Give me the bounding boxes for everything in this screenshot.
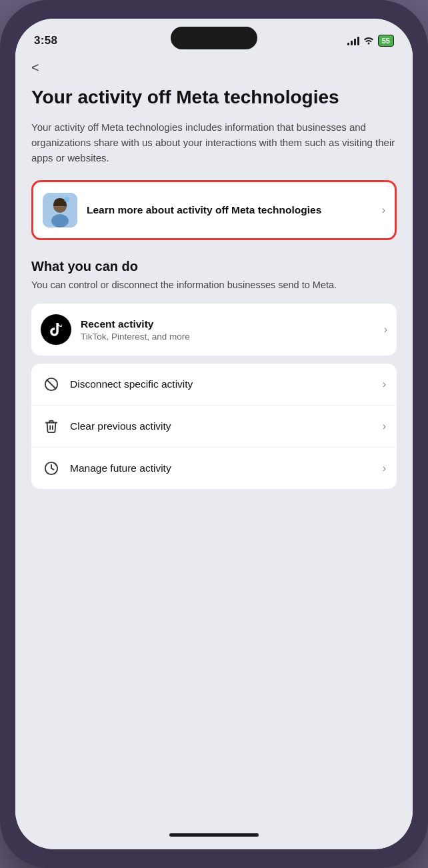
back-button[interactable]: < (31, 60, 397, 75)
tiktok-icon (41, 314, 71, 345)
content-area: < Your activity off Meta technologies Yo… (15, 55, 413, 820)
svg-line-5 (47, 380, 56, 389)
disconnect-label: Disconnect specific activity (70, 378, 373, 390)
activity-subtitle: TikTok, Pinterest, and more (81, 332, 375, 342)
dynamic-island (171, 27, 257, 49)
home-bar (169, 833, 259, 837)
clear-activity-item[interactable]: Clear previous activity › (31, 406, 397, 448)
home-indicator (15, 820, 413, 849)
battery-icon: 55 (378, 35, 394, 47)
page-description: Your activity off Meta technologies incl… (31, 119, 397, 166)
activity-text: Recent activity TikTok, Pinterest, and m… (81, 318, 375, 342)
clock-icon (42, 459, 61, 478)
status-time: 3:58 (34, 34, 57, 47)
trash-icon (42, 417, 61, 436)
recent-activity-card[interactable]: Recent activity TikTok, Pinterest, and m… (31, 304, 397, 356)
wifi-icon (363, 35, 374, 47)
status-icons: 55 (347, 35, 394, 47)
manage-activity-item[interactable]: Manage future activity › (31, 448, 397, 489)
clear-label: Clear previous activity (70, 420, 373, 432)
disconnect-icon (42, 375, 61, 394)
svg-point-3 (64, 197, 69, 202)
options-card: Disconnect specific activity › (31, 364, 397, 489)
disconnect-chevron-icon: › (383, 378, 386, 390)
manage-label: Manage future activity (70, 462, 373, 474)
activity-title: Recent activity (81, 318, 375, 330)
clear-chevron-icon: › (383, 420, 386, 432)
phone-screen: 3:58 55 (15, 19, 413, 849)
svg-point-2 (51, 214, 69, 228)
back-chevron-icon: < (31, 60, 39, 75)
learn-more-label: Learn more about activity off Meta techn… (87, 203, 373, 218)
phone-frame: 3:58 55 (0, 0, 428, 868)
page-title: Your activity off Meta technologies (31, 86, 397, 109)
section-title: What you can do (31, 259, 397, 274)
signal-icon (347, 36, 359, 45)
disconnect-activity-item[interactable]: Disconnect specific activity › (31, 364, 397, 406)
learn-more-chevron-icon: › (382, 204, 385, 216)
section-description: You can control or disconnect the inform… (31, 278, 397, 293)
learn-more-avatar (43, 193, 77, 228)
recent-activity-chevron-icon: › (384, 324, 387, 336)
manage-chevron-icon: › (383, 462, 386, 474)
learn-more-card[interactable]: Learn more about activity off Meta techn… (31, 180, 397, 240)
